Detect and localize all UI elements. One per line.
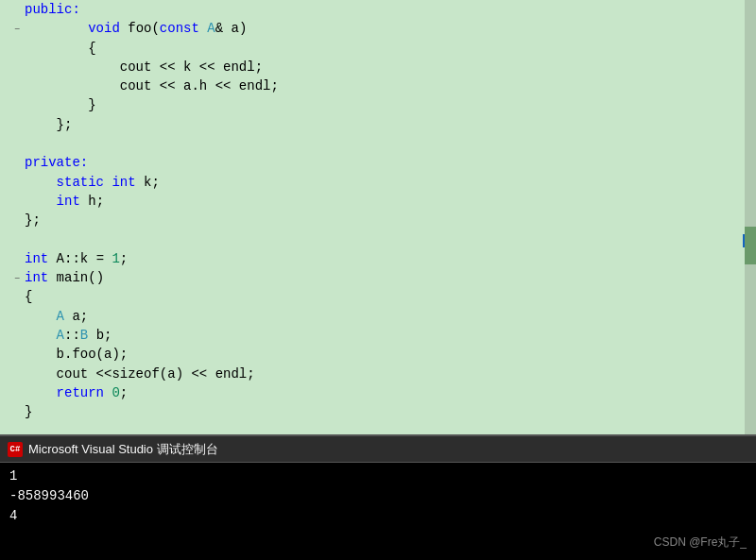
code-line: cout <<sizeof(a) << endl; — [9, 365, 756, 383]
code-line: } — [9, 95, 756, 114]
code-text: static int k; — [25, 173, 756, 192]
code-text: { — [25, 287, 756, 306]
code-line: }; — [9, 211, 756, 229]
code-line: return 0; — [9, 383, 756, 402]
code-line: }; — [9, 115, 756, 134]
code-text: b.foo(a); — [25, 345, 756, 364]
code-text — [25, 230, 756, 249]
code-text: public: — [25, 0, 756, 19]
code-text: cout << a.h << endl; — [25, 76, 756, 95]
code-line: A a; — [9, 307, 756, 326]
code-text: { — [25, 39, 756, 58]
output-line-3: 4 — [9, 506, 747, 526]
code-line: int A::k = 1; — [9, 249, 756, 268]
code-line: b.foo(a); — [9, 345, 756, 364]
code-line: int h; — [9, 192, 756, 211]
code-line: } — [9, 402, 756, 421]
code-line: cout << a.h << endl; — [9, 76, 756, 95]
code-text: } — [25, 95, 756, 114]
code-line: { — [9, 39, 756, 58]
code-line — [9, 230, 756, 249]
console-title: Microsoft Visual Studio 调试控制台 — [28, 441, 218, 458]
code-text: int A::k = 1; — [25, 249, 756, 268]
code-line: A::B b; — [9, 326, 756, 345]
watermark: CSDN @Fre丸子_ — [654, 535, 747, 551]
code-area: public: − void foo(const A& a) { cout <<… — [0, 0, 756, 422]
code-text: }; — [25, 211, 756, 229]
code-text: } — [25, 402, 756, 421]
code-line: { — [9, 287, 756, 306]
code-text: cout << k << endl; — [25, 58, 756, 76]
code-text: int h; — [25, 192, 756, 211]
code-text: private: — [25, 153, 756, 172]
scrollbar-indicator — [743, 234, 745, 247]
code-line: − int main() — [9, 268, 756, 287]
code-text: A a; — [25, 307, 756, 326]
output-line-1: 1 — [9, 467, 747, 486]
code-text: A::B b; — [25, 326, 756, 345]
console-output: 1 -858993460 4 — [0, 463, 756, 530]
code-text: return 0; — [25, 383, 756, 402]
code-line: − void foo(const A& a) — [9, 19, 756, 38]
code-line: private: — [9, 153, 756, 172]
code-text: int main() — [25, 268, 756, 287]
console-panel: C# Microsoft Visual Studio 调试控制台 1 -8589… — [0, 434, 756, 560]
code-text: }; — [25, 115, 756, 134]
code-editor: public: − void foo(const A& a) { cout <<… — [0, 0, 756, 434]
code-line: cout << k << endl; — [9, 58, 756, 76]
fold-marker[interactable]: − — [9, 273, 25, 286]
code-line: public: — [9, 0, 756, 19]
vs-icon: C# — [8, 442, 23, 457]
code-text — [25, 134, 756, 153]
code-text: void foo(const A& a) — [25, 19, 756, 38]
console-header: C# Microsoft Visual Studio 调试控制台 — [0, 436, 756, 463]
scrollbar-thumb[interactable] — [745, 227, 756, 264]
code-line — [9, 134, 756, 153]
code-text: cout <<sizeof(a) << endl; — [25, 365, 756, 383]
fold-marker[interactable]: − — [9, 25, 25, 38]
scrollbar-track[interactable] — [745, 0, 756, 434]
code-line: static int k; — [9, 173, 756, 192]
output-line-2: -858993460 — [9, 486, 747, 506]
